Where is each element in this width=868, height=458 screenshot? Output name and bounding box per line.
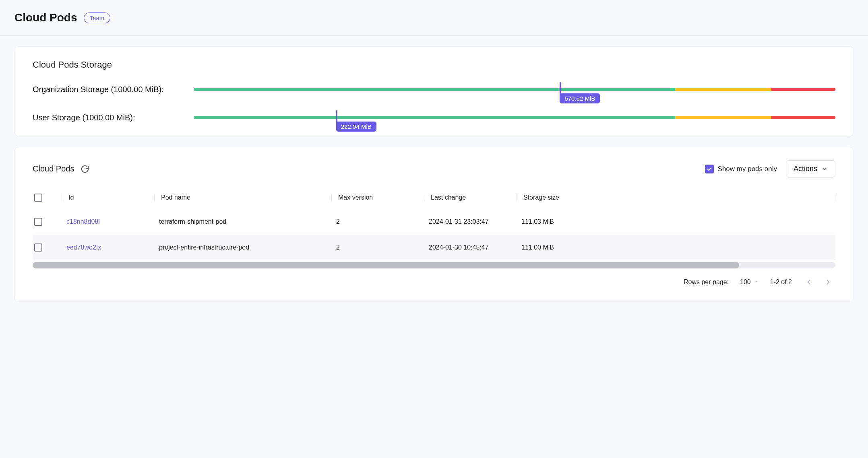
scrollbar-thumb[interactable] — [33, 262, 739, 268]
max-version-cell: 2 — [331, 244, 424, 251]
checkbox-checked-icon[interactable] — [705, 165, 714, 173]
row-checkbox[interactable] — [34, 243, 42, 252]
user-storage-row: User Storage (1000.00 MiB): 222.04 MiB — [33, 112, 835, 123]
org-storage-row: Organization Storage (1000.00 MiB): 570.… — [33, 84, 835, 95]
page-title: Cloud Pods — [14, 11, 77, 24]
col-header-max-version[interactable]: Max version — [331, 194, 424, 201]
prev-page-button[interactable] — [803, 276, 814, 288]
rows-per-page-value: 100 — [740, 279, 751, 286]
user-storage-seg-red — [771, 116, 835, 119]
user-storage-seg-yellow — [675, 116, 771, 119]
col-header-pod-name[interactable]: Pod name — [154, 194, 331, 201]
pod-id-link[interactable]: eed78wo2fx — [66, 244, 101, 251]
chevron-down-icon — [821, 166, 828, 172]
col-header-storage-size[interactable]: Storage size — [517, 194, 835, 201]
refresh-icon[interactable] — [81, 165, 89, 173]
storage-size-cell: 111.00 MiB — [517, 244, 835, 251]
user-storage-value: 222.04 MiB — [336, 122, 376, 132]
pods-table: Id Pod name Max version Last change Stor… — [33, 188, 835, 289]
next-page-button[interactable] — [823, 276, 834, 288]
select-all-checkbox[interactable] — [34, 194, 42, 202]
storage-card-title: Cloud Pods Storage — [33, 60, 835, 70]
org-storage-bar: 570.52 MiB — [194, 88, 835, 91]
last-change-cell: 2024-01-31 23:03:47 — [424, 218, 517, 225]
pods-table-card: Cloud Pods Show my pods only Actions — [14, 147, 854, 302]
row-checkbox[interactable] — [34, 218, 42, 226]
horizontal-scrollbar[interactable] — [33, 262, 835, 268]
storage-size-cell: 111.03 MiB — [517, 218, 835, 225]
table-header: Cloud Pods Show my pods only Actions — [33, 160, 835, 177]
org-storage-label: Organization Storage (1000.00 MiB): — [33, 84, 169, 95]
table-row: c18nn8d08l terraform-shipment-pod 2 2024… — [33, 209, 835, 235]
pod-id-link[interactable]: c18nn8d08l — [66, 218, 100, 225]
page-header: Cloud Pods Team — [0, 0, 868, 36]
rows-per-page-label: Rows per page: — [684, 279, 729, 286]
pagination: Rows per page: 100 1-2 of 2 — [33, 268, 835, 289]
col-header-last-change[interactable]: Last change — [424, 194, 517, 201]
max-version-cell: 2 — [331, 218, 424, 225]
org-storage-seg-yellow — [675, 88, 771, 91]
table-row: eed78wo2fx project-entire-infrastructure… — [33, 235, 835, 260]
pod-name-cell: terraform-shipment-pod — [154, 218, 331, 225]
user-storage-label: User Storage (1000.00 MiB): — [33, 112, 169, 123]
table-head-row: Id Pod name Max version Last change Stor… — [33, 188, 835, 209]
caret-down-icon — [754, 279, 759, 286]
rows-per-page-select[interactable]: 100 — [740, 279, 759, 286]
user-storage-seg-green — [194, 116, 675, 119]
pagination-range: 1-2 of 2 — [770, 279, 792, 286]
actions-button[interactable]: Actions — [786, 160, 835, 177]
last-change-cell: 2024-01-30 10:45:47 — [424, 244, 517, 251]
org-storage-value: 570.52 MiB — [560, 93, 600, 103]
org-storage-seg-green — [194, 88, 675, 91]
actions-label: Actions — [794, 165, 817, 173]
pod-name-cell: project-entire-infrastructure-pod — [154, 244, 331, 251]
show-my-pods-filter[interactable]: Show my pods only — [705, 165, 777, 173]
col-header-id[interactable]: Id — [62, 194, 154, 201]
table-title: Cloud Pods — [33, 164, 74, 173]
storage-card: Cloud Pods Storage Organization Storage … — [14, 46, 854, 136]
show-my-pods-label: Show my pods only — [718, 165, 777, 173]
user-storage-bar: 222.04 MiB — [194, 116, 835, 119]
team-badge: Team — [84, 12, 111, 23]
org-storage-seg-red — [771, 88, 835, 91]
